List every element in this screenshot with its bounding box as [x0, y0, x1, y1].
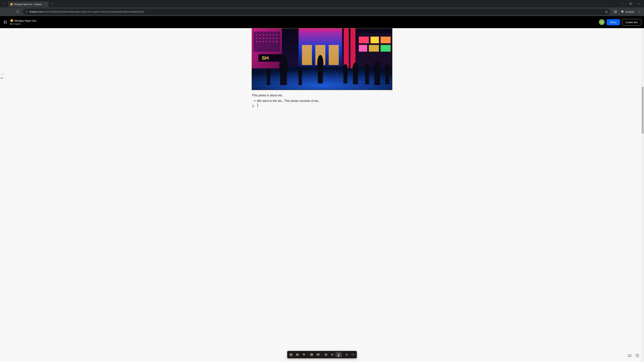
sidebar-toggle-button[interactable]	[3, 19, 8, 25]
svg-point-10	[27, 12, 27, 12]
bullet-text: We went to the etc., This photo consists…	[257, 98, 321, 104]
insert-table-button[interactable]	[308, 352, 315, 357]
svg-rect-76	[380, 36, 390, 43]
bookmark-icon[interactable]	[605, 10, 608, 13]
svg-point-27	[266, 34, 267, 35]
insert-dropbox-button[interactable]	[301, 352, 307, 357]
svg-point-64	[316, 36, 318, 37]
svg-rect-75	[370, 36, 379, 43]
insert-timeline-button[interactable]	[315, 352, 321, 357]
document-body[interactable]: SH	[252, 28, 392, 109]
svg-rect-18	[4, 21, 7, 23]
svg-rect-74	[359, 36, 369, 43]
svg-point-108	[290, 354, 291, 355]
svg-point-35	[270, 38, 271, 39]
browser-toolbar: dropbox.com/scl/fi/n3zfj9fyi392l1d8x5ist…	[0, 7, 644, 16]
svg-point-40	[263, 41, 264, 42]
help-button[interactable]	[634, 353, 640, 358]
window-controls	[618, 1, 643, 6]
svg-marker-12	[605, 10, 608, 13]
share-button[interactable]: Share	[606, 19, 620, 25]
minimize-button[interactable]	[618, 1, 626, 6]
svg-point-55	[323, 33, 324, 34]
text-content[interactable]: This photo is about etc. We went to the …	[252, 90, 392, 109]
svg-point-31	[256, 38, 257, 39]
maximize-button[interactable]	[626, 1, 634, 6]
svg-point-42	[270, 41, 271, 42]
insert-video-button[interactable]	[294, 352, 301, 357]
svg-point-16	[640, 11, 640, 12]
incognito-indicator[interactable]: Incognito	[619, 10, 636, 13]
svg-point-29	[273, 34, 274, 35]
app-header: 😃 Moodjoy Paper Doc Dropbox LD Share Cre…	[0, 16, 644, 28]
numbered-list-button[interactable]: 123	[336, 352, 342, 357]
scrollbar-thumb[interactable]	[642, 87, 644, 134]
page-outline-indicator[interactable]	[1, 74, 4, 78]
svg-point-57	[330, 33, 331, 34]
create-doc-button[interactable]: Create doc	[622, 19, 641, 25]
svg-text:SH: SH	[262, 55, 269, 61]
content-area: SH	[0, 28, 644, 362]
svg-point-34	[266, 38, 267, 39]
outline-dash[interactable]	[1, 74, 4, 75]
keyboard-shortcuts-button[interactable]	[627, 353, 632, 358]
svg-point-44	[276, 41, 278, 42]
svg-rect-97	[267, 73, 270, 85]
avatar[interactable]: LD	[599, 19, 604, 25]
svg-point-39	[260, 41, 260, 42]
browser-menu-button[interactable]	[636, 9, 643, 15]
svg-point-51	[310, 33, 311, 34]
svg-point-56	[326, 33, 328, 34]
outline-dash-active[interactable]	[1, 78, 3, 78]
scrollbar[interactable]	[641, 28, 644, 362]
svg-rect-72	[350, 28, 356, 68]
embedded-image[interactable]: SH	[252, 28, 392, 90]
side-panel-button[interactable]	[612, 9, 618, 15]
breadcrumb[interactable]: Dropbox	[10, 23, 36, 25]
insert-image-button[interactable]	[288, 352, 294, 357]
svg-point-36	[273, 38, 274, 39]
svg-point-70	[336, 36, 338, 37]
url-text: dropbox.com/scl/fi/n3zfj9fyi392l1d8x5ist…	[30, 10, 603, 13]
svg-point-67	[326, 36, 328, 37]
svg-point-17	[640, 12, 640, 13]
insert-code-button[interactable]	[350, 352, 356, 357]
svg-point-66	[323, 36, 324, 37]
doc-title[interactable]: Moodjoy Paper Doc	[14, 19, 36, 22]
svg-point-8	[26, 11, 26, 11]
svg-rect-46	[302, 45, 312, 65]
tab-close-button[interactable]	[44, 3, 47, 6]
paragraph-text[interactable]: This photo is about etc.	[252, 93, 392, 98]
svg-point-15	[640, 11, 640, 11]
toolbar-divider	[322, 353, 322, 357]
svg-point-54	[320, 33, 321, 34]
forward-button[interactable]	[8, 9, 14, 15]
bulleted-list-button[interactable]	[329, 352, 336, 357]
number-marker: 1.	[252, 103, 255, 109]
back-button[interactable]	[1, 9, 8, 15]
svg-point-49	[303, 33, 304, 34]
close-window-button[interactable]	[635, 1, 643, 6]
new-tab-button[interactable]	[50, 1, 55, 6]
checklist-button[interactable]	[323, 352, 329, 357]
toolbar-divider	[308, 353, 308, 357]
reload-button[interactable]	[15, 9, 21, 15]
insert-divider-button[interactable]	[344, 352, 350, 357]
svg-point-26	[263, 34, 264, 35]
svg-point-62	[310, 36, 311, 37]
svg-point-53	[316, 33, 318, 34]
corner-actions	[627, 353, 640, 358]
tab-search-button[interactable]	[1, 1, 8, 7]
numbered-list-item[interactable]: 1.	[252, 103, 392, 109]
tab-strip: 😃 Moodjoy Paper Doc – Dropbox	[0, 0, 644, 7]
address-bar[interactable]: dropbox.com/scl/fi/n3zfj9fyi392l1d8x5ist…	[23, 9, 610, 15]
svg-point-68	[330, 36, 331, 37]
svg-point-25	[260, 34, 260, 35]
site-settings-icon[interactable]	[25, 10, 28, 13]
browser-tab[interactable]: 😃 Moodjoy Paper Doc – Dropbox	[8, 1, 49, 7]
svg-point-122	[332, 355, 332, 355]
svg-rect-135	[628, 355, 631, 357]
svg-point-32	[260, 38, 260, 39]
bullet-list-item[interactable]: We went to the etc., This photo consists…	[252, 98, 392, 104]
svg-rect-87	[344, 70, 348, 83]
